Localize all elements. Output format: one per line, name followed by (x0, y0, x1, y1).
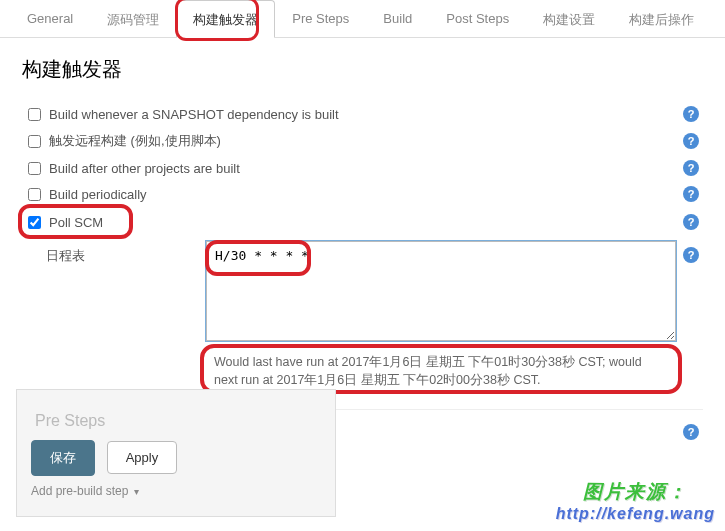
help-icon[interactable]: ? (683, 424, 699, 440)
trigger-periodic-row: Build periodically ? (22, 181, 703, 207)
trigger-pollscm-checkbox[interactable] (28, 216, 41, 229)
help-icon[interactable]: ? (683, 160, 699, 176)
trigger-remote-row: 触发远程构建 (例如,使用脚本) ? (22, 127, 703, 155)
tab-build-settings[interactable]: 构建设置 (526, 0, 612, 37)
trigger-snapshot-row: Build whenever a SNAPSHOT dependency is … (22, 101, 703, 127)
chevron-down-icon (132, 484, 139, 498)
tab-general[interactable]: General (10, 0, 90, 37)
help-icon[interactable]: ? (683, 133, 699, 149)
watermark-line1: 图片来源： (556, 479, 715, 505)
trigger-periodic-label: Build periodically (49, 187, 683, 202)
trigger-pollscm-row: Poll SCM ? (22, 209, 703, 235)
schedule-row: 日程表 Would last have run at 2017年1月6日 星期五… (22, 235, 703, 401)
schedule-label: 日程表 (46, 241, 206, 265)
trigger-after-checkbox[interactable] (28, 162, 41, 175)
trigger-after-row: Build after other projects are built ? (22, 155, 703, 181)
trigger-pollscm-label: Poll SCM (49, 215, 683, 230)
help-icon[interactable]: ? (683, 247, 699, 263)
section-title: 构建触发器 (22, 56, 703, 83)
watermark: 图片来源： http://kefeng.wang (556, 479, 715, 523)
tab-build[interactable]: Build (366, 0, 429, 37)
watermark-line2: http://kefeng.wang (556, 505, 715, 523)
trigger-remote-label: 触发远程构建 (例如,使用脚本) (49, 132, 683, 150)
save-button[interactable]: 保存 (31, 440, 95, 476)
add-pre-build-step-label: Add pre-build step (31, 484, 128, 498)
tabs-bar: General 源码管理 构建触发器 Pre Steps Build Post … (0, 0, 725, 38)
bottom-bar: Pre Steps 保存 Apply Add pre-build step (16, 389, 336, 517)
tab-scm[interactable]: 源码管理 (90, 0, 176, 37)
trigger-snapshot-label: Build whenever a SNAPSHOT dependency is … (49, 107, 683, 122)
tab-post-build[interactable]: 构建后操作 (612, 0, 711, 37)
trigger-snapshot-checkbox[interactable] (28, 108, 41, 121)
trigger-after-label: Build after other projects are built (49, 161, 683, 176)
help-icon[interactable]: ? (683, 214, 699, 230)
help-icon[interactable]: ? (683, 106, 699, 122)
trigger-periodic-checkbox[interactable] (28, 188, 41, 201)
apply-button[interactable]: Apply (107, 441, 178, 474)
trigger-remote-checkbox[interactable] (28, 135, 41, 148)
tab-build-triggers[interactable]: 构建触发器 (176, 0, 275, 38)
help-icon[interactable]: ? (683, 186, 699, 202)
pre-steps-header: Pre Steps (31, 400, 321, 434)
tab-post-steps[interactable]: Post Steps (429, 0, 526, 37)
tab-pre-steps[interactable]: Pre Steps (275, 0, 366, 37)
add-pre-build-step-dropdown[interactable]: Add pre-build step (31, 484, 321, 498)
schedule-textarea[interactable] (206, 241, 676, 341)
